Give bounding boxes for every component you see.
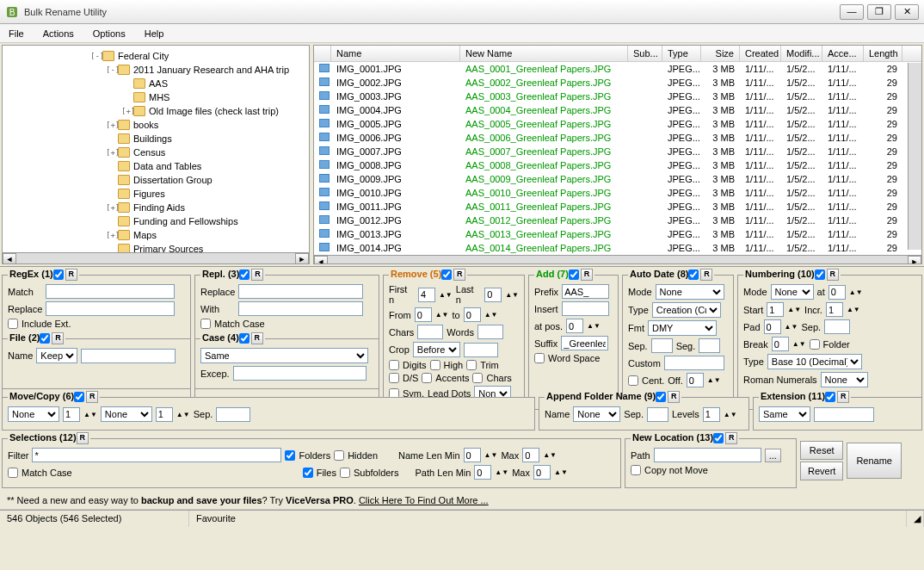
file-row[interactable]: IMG_0007.JPGAAS_0007_Greenleaf Papers.JP… bbox=[314, 145, 921, 158]
autodate-seg-input[interactable] bbox=[699, 338, 720, 353]
tree-item[interactable]: AAS bbox=[6, 77, 305, 90]
appendfolder-levels-input[interactable] bbox=[703, 407, 720, 422]
movecopy-enable-checkbox[interactable] bbox=[74, 392, 84, 402]
menu-actions[interactable]: Actions bbox=[40, 27, 77, 40]
remove-crop-input[interactable] bbox=[464, 343, 498, 357]
remove-enable-checkbox[interactable] bbox=[441, 270, 452, 280]
repl-enable-checkbox[interactable] bbox=[239, 270, 249, 280]
col-modified[interactable]: Modifi... bbox=[781, 46, 822, 61]
movecopy-reset-button[interactable]: R bbox=[86, 391, 98, 403]
rename-button[interactable]: Rename bbox=[847, 443, 902, 479]
expander-icon[interactable]: [+] bbox=[106, 148, 118, 157]
selections-subfolders-checkbox[interactable] bbox=[340, 468, 350, 478]
scrollbar-vertical[interactable] bbox=[908, 63, 921, 250]
col-accessed[interactable]: Acce... bbox=[822, 46, 864, 61]
numbering-start-input[interactable] bbox=[767, 302, 784, 317]
expander-icon[interactable]: [-] bbox=[106, 65, 118, 74]
newlocation-browse-button[interactable]: ... bbox=[765, 449, 781, 462]
case-enable-checkbox[interactable] bbox=[239, 333, 249, 344]
file-row[interactable]: IMG_0002.JPGAAS_0002_Greenleaf Papers.JP… bbox=[314, 76, 921, 90]
selections-reset-button[interactable]: R bbox=[77, 432, 89, 444]
appendfolder-name-select[interactable]: None bbox=[573, 406, 620, 422]
extension-enable-checkbox[interactable] bbox=[825, 392, 835, 402]
add-wordspace-checkbox[interactable] bbox=[534, 353, 545, 363]
file-row[interactable]: IMG_0005.JPGAAS_0005_Greenleaf Papers.JP… bbox=[314, 117, 921, 131]
tree-item[interactable]: [-]Federal City bbox=[6, 49, 305, 63]
remove-to-input[interactable] bbox=[464, 307, 481, 322]
tree-item[interactable]: [+]books bbox=[6, 118, 305, 132]
scroll-right-button[interactable]: ► bbox=[295, 253, 309, 264]
remove-reset-button[interactable]: R bbox=[453, 269, 465, 281]
regex-reset-button[interactable]: R bbox=[65, 269, 77, 281]
file-enable-checkbox[interactable] bbox=[40, 333, 50, 344]
autodate-custom-input[interactable] bbox=[664, 356, 724, 370]
maximize-button[interactable]: ❐ bbox=[867, 4, 891, 20]
expander-icon[interactable]: [+] bbox=[121, 107, 133, 115]
movecopy-val1-input[interactable] bbox=[63, 407, 80, 422]
tree-item[interactable]: Dissertation Group bbox=[6, 173, 305, 187]
remove-firstn-input[interactable] bbox=[418, 288, 435, 302]
file-row[interactable]: IMG_0004.JPGAAS_0004_Greenleaf Papers.JP… bbox=[314, 103, 921, 117]
autodate-fmt-select[interactable]: DMY bbox=[648, 320, 717, 336]
scroll-left-button[interactable]: ◄ bbox=[3, 253, 16, 264]
minimize-button[interactable]: — bbox=[840, 4, 864, 20]
selections-folders-checkbox[interactable] bbox=[285, 450, 295, 461]
numbering-reset-button[interactable]: R bbox=[827, 269, 839, 281]
col-length[interactable]: Length bbox=[864, 46, 902, 61]
file-row[interactable]: IMG_0013.JPGAAS_0013_Greenleaf Papers.JP… bbox=[314, 227, 921, 241]
remove-accents-checkbox[interactable] bbox=[422, 373, 432, 383]
regex-replace-input[interactable] bbox=[46, 301, 175, 316]
col-type[interactable]: Type bbox=[662, 46, 701, 61]
newlocation-path-input[interactable] bbox=[654, 448, 761, 462]
numbering-roman-select[interactable]: None bbox=[821, 372, 868, 387]
col-newname[interactable]: New Name bbox=[460, 46, 628, 61]
selections-pathlenmax-input[interactable] bbox=[533, 465, 551, 480]
revert-button[interactable]: Revert bbox=[800, 462, 843, 480]
remove-words-input[interactable] bbox=[477, 325, 503, 339]
ad-link[interactable]: Click Here To Find Out More ... bbox=[359, 495, 489, 505]
numbering-break-input[interactable] bbox=[772, 337, 789, 351]
resize-grip-icon[interactable]: ◢ bbox=[907, 511, 924, 527]
file-row[interactable]: IMG_0012.JPGAAS_0012_Greenleaf Papers.JP… bbox=[314, 214, 921, 227]
selections-namelenmax-input[interactable] bbox=[522, 448, 539, 462]
numbering-mode-select[interactable]: None bbox=[771, 284, 814, 300]
add-prefix-input[interactable] bbox=[562, 284, 609, 299]
movecopy-val2-input[interactable] bbox=[156, 407, 173, 422]
autodate-reset-button[interactable]: R bbox=[700, 269, 712, 281]
close-button[interactable]: ✕ bbox=[895, 4, 919, 20]
movecopy-select1[interactable]: None bbox=[8, 406, 59, 422]
case-select[interactable]: Same bbox=[200, 348, 368, 363]
selections-files-checkbox[interactable] bbox=[303, 468, 313, 478]
expander-icon[interactable]: [+] bbox=[106, 121, 118, 129]
menu-options[interactable]: Options bbox=[89, 27, 129, 40]
regex-includeext-checkbox[interactable] bbox=[8, 319, 18, 329]
repl-reset-button[interactable]: R bbox=[251, 269, 263, 281]
add-suffix-input[interactable] bbox=[561, 336, 608, 350]
numbering-type-select[interactable]: Base 10 (Decimal) bbox=[767, 354, 862, 369]
col-name[interactable]: Name bbox=[331, 46, 460, 61]
autodate-mode-select[interactable]: None bbox=[656, 284, 724, 300]
add-enable-checkbox[interactable] bbox=[569, 270, 579, 280]
tree-item[interactable]: MHS bbox=[6, 90, 305, 104]
menu-help[interactable]: Help bbox=[141, 27, 168, 40]
tree-item[interactable]: [+]Old Image files (check last trip) bbox=[6, 104, 305, 118]
case-reset-button[interactable]: R bbox=[251, 332, 263, 344]
selections-matchcase-checkbox[interactable] bbox=[8, 468, 18, 478]
autodate-off-input[interactable] bbox=[687, 373, 704, 387]
list-scroll-left[interactable]: ◄ bbox=[314, 256, 328, 264]
file-row[interactable]: IMG_0003.JPGAAS_0003_Greenleaf Papers.JP… bbox=[314, 90, 921, 103]
expander-icon[interactable]: [+] bbox=[106, 231, 118, 239]
tree-item[interactable]: [+]Census bbox=[6, 146, 305, 159]
tree-item[interactable]: Figures bbox=[6, 187, 305, 201]
autodate-sep-input[interactable] bbox=[651, 338, 673, 353]
movecopy-sep-input[interactable] bbox=[216, 407, 250, 422]
newlocation-enable-checkbox[interactable] bbox=[713, 433, 724, 443]
autodate-enable-checkbox[interactable] bbox=[688, 270, 699, 280]
add-insert-input[interactable] bbox=[562, 301, 609, 316]
remove-trim-checkbox[interactable] bbox=[466, 360, 477, 370]
tree-item[interactable]: [+]Maps bbox=[6, 228, 305, 242]
regex-match-input[interactable] bbox=[46, 284, 175, 299]
remove-from-input[interactable] bbox=[415, 307, 432, 322]
selections-namelenmin-input[interactable] bbox=[464, 448, 481, 462]
extension-input[interactable] bbox=[814, 407, 874, 422]
